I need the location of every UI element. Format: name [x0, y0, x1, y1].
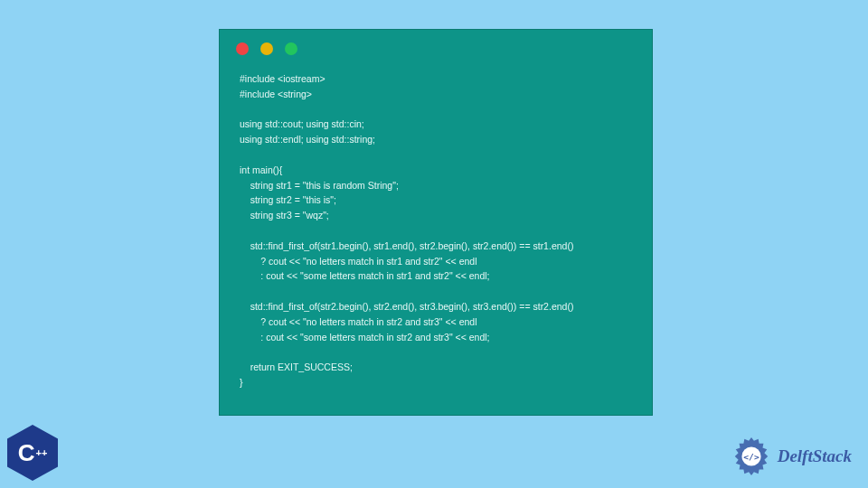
window-controls — [220, 30, 652, 62]
cpp-badge: C ++ — [7, 425, 60, 481]
brand-logo: </> DelftStack — [731, 436, 852, 477]
cpp-letter: C — [18, 439, 35, 467]
cpp-plus: ++ — [35, 450, 47, 457]
minimize-icon — [260, 42, 273, 55]
code-window: #include <iostream> #include <string> us… — [219, 29, 653, 416]
brand-name: DelftStack — [778, 446, 852, 466]
code-content: #include <iostream> #include <string> us… — [220, 62, 652, 399]
maximize-icon — [285, 42, 297, 55]
cpp-hexagon-icon: C ++ — [7, 425, 58, 481]
brand-gear-icon: </> — [731, 436, 772, 477]
close-icon — [236, 42, 249, 55]
svg-text:</>: </> — [743, 452, 760, 462]
